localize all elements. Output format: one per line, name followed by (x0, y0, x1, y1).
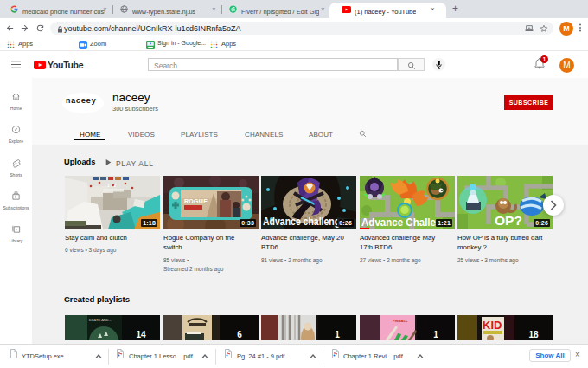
svg-text:1 : 2: 1 : 2 (107, 183, 116, 188)
svg-text:OP?: OP? (495, 213, 522, 228)
svg-text:ROGUE: ROGUE (184, 198, 208, 204)
svg-text:DEATH AND...: DEATH AND... (89, 318, 112, 322)
svg-text:Advance Challe: Advance Challe (361, 216, 436, 229)
svg-text:PINBALL: PINBALL (393, 319, 408, 323)
svg-text:Advance challenge: Advance challenge (263, 216, 345, 228)
svg-text:KID: KID (483, 319, 502, 332)
